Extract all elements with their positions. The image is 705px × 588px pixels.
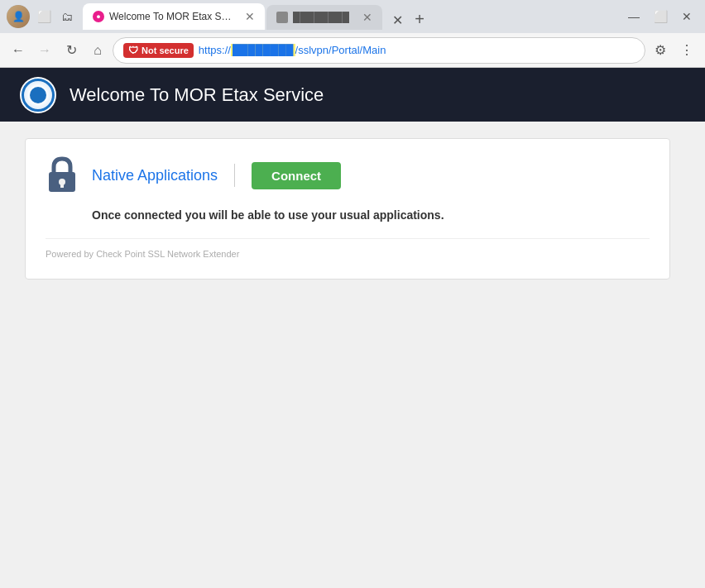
url-path: /sslvpn/Portal/Main xyxy=(295,44,386,56)
refresh-button[interactable]: ↻ xyxy=(60,39,83,62)
inactive-tab-close[interactable]: ✕ xyxy=(362,11,372,24)
vertical-divider xyxy=(234,164,235,187)
menu-icon[interactable]: ⋮ xyxy=(675,39,698,62)
lock-icon-wrap xyxy=(46,155,79,195)
user-avatar[interactable]: 👤 xyxy=(7,5,30,28)
tab-search-icon[interactable]: 🗂 xyxy=(58,7,76,26)
tab-favicon-inactive xyxy=(276,12,288,23)
header-logo xyxy=(20,77,56,113)
url-display: https://████████/sslvpn/Portal/Main xyxy=(199,44,635,56)
window-close-x[interactable]: ✕ xyxy=(675,5,698,28)
not-secure-label: Not secure xyxy=(141,45,189,55)
connect-button[interactable]: Connect xyxy=(252,162,341,189)
minimize-button[interactable]: — xyxy=(622,5,645,28)
active-tab-title: Welcome To MOR Etax Service - N xyxy=(109,11,237,22)
workspaces-icon[interactable]: ⬜ xyxy=(35,7,53,26)
site-title: Welcome To MOR Etax Service xyxy=(70,84,324,106)
inactive-tab[interactable]: ████████ ✕ xyxy=(266,5,382,30)
svg-rect-2 xyxy=(60,184,64,188)
window-close-button[interactable]: ✕ xyxy=(387,10,407,30)
back-button[interactable]: ← xyxy=(7,39,30,62)
maximize-button[interactable]: ⬜ xyxy=(649,5,672,28)
active-tab[interactable]: ● Welcome To MOR Etax Service - N ✕ xyxy=(83,3,265,30)
shield-icon: 🛡 xyxy=(128,45,138,56)
main-area: Native Applications Connect Once connect… xyxy=(0,122,705,494)
lock-icon xyxy=(46,155,79,195)
forward-button: → xyxy=(33,39,56,62)
tab-favicon-active: ● xyxy=(93,11,104,22)
address-bar[interactable]: 🛡 Not secure https://████████/sslvpn/Por… xyxy=(113,37,645,64)
description-text: Once connected you will be able to use y… xyxy=(92,208,650,222)
active-tab-close[interactable]: ✕ xyxy=(245,10,255,23)
url-scheme: https:// xyxy=(199,44,231,56)
home-button[interactable]: ⌂ xyxy=(86,39,109,62)
url-highlighted: ████████ xyxy=(231,44,295,56)
new-tab-button[interactable]: + xyxy=(409,8,430,30)
site-header: Welcome To MOR Etax Service xyxy=(0,68,705,122)
extensions-icon[interactable]: ⚙ xyxy=(649,39,672,62)
not-secure-badge[interactable]: 🛡 Not secure xyxy=(123,43,194,58)
footer-text: Powered by Check Point SSL Network Exten… xyxy=(46,238,650,259)
native-apps-link[interactable]: Native Applications xyxy=(92,167,218,184)
inactive-tab-title: ████████ xyxy=(293,12,357,23)
content-card: Native Applications Connect Once connect… xyxy=(25,138,670,280)
